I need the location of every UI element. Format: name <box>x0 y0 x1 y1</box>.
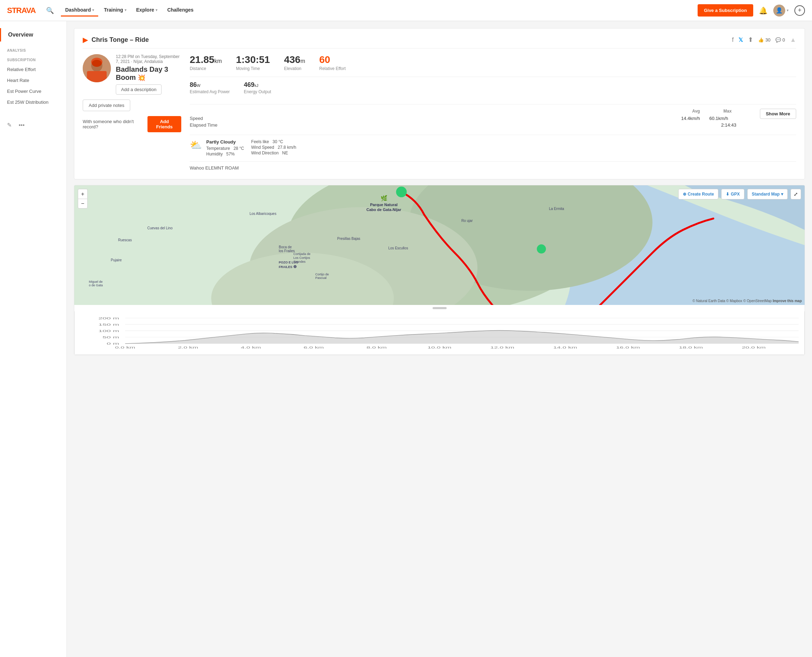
standard-map-button[interactable]: Standard Map ▾ <box>747 189 788 199</box>
comment-icon: 💬 <box>775 37 781 42</box>
weather-left: Partly Cloudy Temperature 28 °C Humidity… <box>206 139 244 157</box>
energy-value: 469kJ <box>244 81 271 89</box>
svg-text:10.0 km: 10.0 km <box>427 346 451 349</box>
stat-distance: 21.85km Distance <box>190 54 222 71</box>
route-icon: ⊕ <box>683 191 686 196</box>
place-label-miguel: Miguel deo de Gata <box>89 280 103 287</box>
zoom-in-button[interactable]: + <box>78 189 87 199</box>
collapse-icon[interactable]: ▲ <box>790 36 796 44</box>
stats-table: Show More Avg Max Speed 14.4km/h 60.1km/… <box>190 104 796 129</box>
map-drag-handle[interactable] <box>433 307 447 309</box>
add-private-notes-button[interactable]: Add private notes <box>83 100 130 111</box>
map-chevron-icon: ▾ <box>781 191 783 196</box>
search-icon[interactable]: 🔍 <box>46 7 54 14</box>
svg-point-12 <box>537 244 546 254</box>
activity-card: ▶ Chris Tonge – Ride f 𝕏 ⬆ 👍 30 💬 0 ▲ <box>74 28 805 179</box>
map-container: 🌿 Parque Natural Cabo de Gata-Níjar Los … <box>74 185 805 355</box>
table-row-speed: Speed 14.4km/h 60.1km/h <box>190 116 760 121</box>
more-options-icon[interactable]: ••• <box>19 122 25 128</box>
relative-effort-label: Relative Effort <box>319 66 346 71</box>
nav-links: Dashboard ▾ Training ▾ Explore ▾ Challen… <box>61 4 198 17</box>
user-avatar-menu[interactable]: 👤 ▾ <box>773 5 789 17</box>
likes-count[interactable]: 👍 30 <box>758 37 770 42</box>
svg-point-5 <box>92 60 102 67</box>
main-layout: Overview Analysis SUBSCRIPTION Relative … <box>0 21 812 657</box>
activity-header: ▶ Chris Tonge – Ride f 𝕏 ⬆ 👍 30 💬 0 ▲ <box>83 36 796 48</box>
place-label-cortijo: Cortijo dePascual <box>315 272 329 280</box>
sidebar: Overview Analysis SUBSCRIPTION Relative … <box>0 21 67 657</box>
svg-text:100 m: 100 m <box>98 329 119 333</box>
place-label-pozo: POZO E LOSFRAILES ⊕ <box>279 261 298 269</box>
place-label-boca: Boca delos Frailes <box>279 245 295 253</box>
weather-icon: ⛅ <box>190 139 202 151</box>
main-content: ▶ Chris Tonge – Ride f 𝕏 ⬆ 👍 30 💬 0 ▲ <box>67 21 812 657</box>
speed-avg: 14.4km/h <box>675 116 704 121</box>
svg-text:16.0 km: 16.0 km <box>616 346 640 349</box>
improve-map-link[interactable]: Improve this map <box>773 299 802 303</box>
nav-challenges[interactable]: Challenges <box>163 4 198 17</box>
sidebar-item-power-dist[interactable]: Est 25W Distribution <box>0 97 67 107</box>
sidebar-item-overview[interactable]: Overview <box>0 28 67 42</box>
nav-dashboard[interactable]: Dashboard ▾ <box>61 4 98 17</box>
sidebar-actions: ✎ ••• <box>0 115 67 135</box>
elevation-value: 436m <box>284 54 305 65</box>
stat-moving-time: 1:30:51 Moving Time <box>236 54 270 71</box>
show-more-button[interactable]: Show More <box>760 109 796 119</box>
strava-logo[interactable]: STRAVA <box>7 6 36 15</box>
edit-icon[interactable]: ✎ <box>7 122 12 128</box>
svg-text:150 m: 150 m <box>98 323 119 326</box>
sidebar-item-heart-rate[interactable]: Heart Rate <box>0 75 67 86</box>
activity-title: Chris Tonge – Ride <box>92 36 149 44</box>
facebook-icon[interactable]: f <box>732 36 734 44</box>
avg-power-label: Estimated Avg Power <box>190 89 230 94</box>
create-route-button[interactable]: ⊕ Create Route <box>678 189 719 199</box>
svg-rect-3 <box>87 71 107 82</box>
place-label-albaricoques: Los Albaricoques <box>250 212 276 216</box>
relative-effort-value: 60 <box>319 54 346 65</box>
sidebar-item-relative-effort[interactable]: Relative Effort <box>0 64 67 75</box>
friends-prompt-text: With someone who didn't record? <box>83 119 143 129</box>
distance-value: 21.85km <box>190 54 222 65</box>
friends-row: With someone who didn't record? Add Frie… <box>83 116 181 132</box>
svg-text:0.0 km: 0.0 km <box>115 346 135 349</box>
notification-icon[interactable]: 🔔 <box>759 6 768 15</box>
svg-text:0 m: 0 m <box>107 342 119 346</box>
twitter-icon[interactable]: 𝕏 <box>739 37 743 43</box>
nav-explore[interactable]: Explore ▾ <box>132 4 162 17</box>
svg-text:50 m: 50 m <box>102 336 119 339</box>
gpx-button[interactable]: ⬇ GPX <box>721 189 744 199</box>
place-label-roujar: Ro ujar <box>461 219 473 223</box>
add-friends-button[interactable]: Add Friends <box>147 116 181 132</box>
stats-secondary: 86W Estimated Avg Power 469kJ Energy Out… <box>190 77 796 98</box>
elapsed-avg: 2:14:43 <box>712 122 740 128</box>
svg-text:200 m: 200 m <box>98 316 119 320</box>
stat-elevation: 436m Elevation <box>284 54 305 71</box>
avatar: 👤 <box>773 5 785 17</box>
training-chevron-icon: ▾ <box>125 8 126 12</box>
wind-direction-row: Wind Direction NE <box>251 151 297 156</box>
add-description-button[interactable]: Add a description <box>116 84 162 95</box>
stat-avg-power: 86W Estimated Avg Power <box>190 81 230 94</box>
map-background <box>74 185 804 305</box>
activity-emoji: 💥 <box>137 74 145 81</box>
activity-social: f 𝕏 ⬆ 👍 30 💬 0 ▲ <box>732 36 796 44</box>
svg-text:8.0 km: 8.0 km <box>366 346 386 349</box>
nav-training[interactable]: Training ▾ <box>100 4 130 17</box>
expand-map-button[interactable]: ⤢ <box>790 189 801 199</box>
activity-meta: 12:28 PM on Tuesday, September 7, 2021 ·… <box>116 54 181 95</box>
svg-text:2.0 km: 2.0 km <box>178 346 198 349</box>
stats-table-header: Avg Max <box>190 109 760 114</box>
stat-relative-effort: 60 Relative Effort <box>319 54 346 71</box>
comments-count[interactable]: 💬 0 <box>775 37 785 42</box>
elevation-svg: 200 m 150 m 100 m 50 m 0 m 0.0 km 2.0 km… <box>80 315 799 350</box>
stat-energy: 469kJ Energy Output <box>244 81 271 94</box>
subscription-button[interactable]: Give a Subscription <box>698 4 753 17</box>
humidity-row: Humidity 57% <box>206 152 244 157</box>
zoom-out-button[interactable]: − <box>78 199 87 209</box>
sidebar-item-power-curve[interactable]: Est Power Curve <box>0 86 67 97</box>
activity-name: Badlands Day 3 Boom 💥 <box>116 65 181 82</box>
moving-time-label: Moving Time <box>236 66 270 71</box>
place-label-presillas: Presillas Bajas <box>337 237 361 241</box>
create-activity-button[interactable]: + <box>795 5 805 16</box>
share-icon[interactable]: ⬆ <box>748 36 753 44</box>
